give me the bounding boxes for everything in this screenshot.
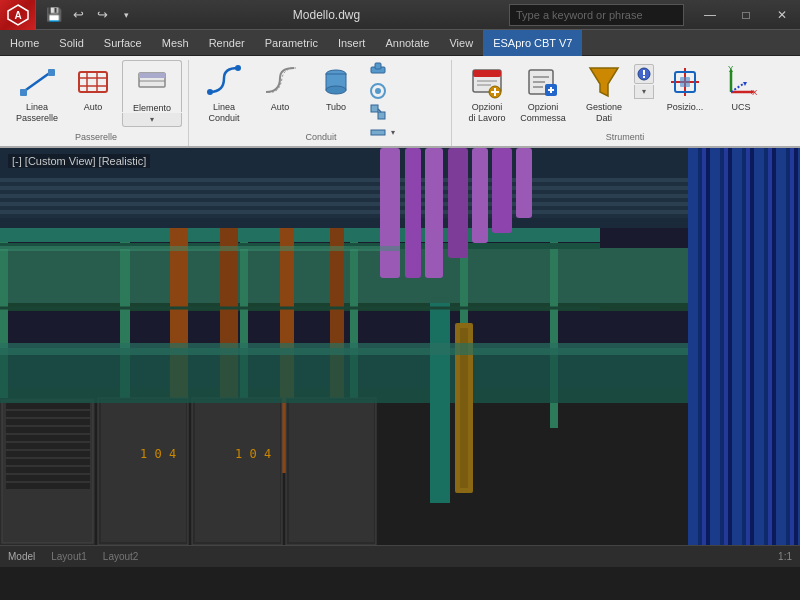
passerelle-label: Passerelle xyxy=(4,132,188,142)
menu-solid[interactable]: Solid xyxy=(49,30,93,56)
linea-conduit-label: LineaConduit xyxy=(208,102,239,124)
linea-pass-icon xyxy=(19,64,55,100)
app-logo: A xyxy=(0,0,36,30)
btn-linea-passerelle[interactable]: LineaPasserelle xyxy=(10,60,64,128)
menu-parametric[interactable]: Parametric xyxy=(255,30,328,56)
tubo-label: Tubo xyxy=(326,102,346,113)
gestione-dati-extras: ▾ xyxy=(634,60,656,115)
viewport[interactable]: [-] [Custom View] [Realistic] xyxy=(0,148,800,545)
quick-access-toolbar: 💾 ↩ ↪ ▾ xyxy=(36,5,144,25)
btn-auto-pass[interactable]: Auto xyxy=(66,60,120,128)
opzioni-commessa-icon xyxy=(525,64,561,100)
svg-rect-44 xyxy=(643,70,645,75)
btn-opzioni-lavoro[interactable]: Opzionidi Lavoro xyxy=(460,60,514,128)
svg-rect-96 xyxy=(6,451,90,457)
elemento-dropdown[interactable]: ▾ xyxy=(122,113,182,127)
svg-rect-13 xyxy=(139,73,165,78)
menu-render[interactable]: Render xyxy=(199,30,255,56)
gestione-dropdown[interactable]: ▾ xyxy=(634,85,654,99)
linea-pass-label: LineaPasserelle xyxy=(16,102,58,124)
status-layout1[interactable]: Layout1 xyxy=(51,551,87,562)
auto-conduit-icon xyxy=(262,64,298,100)
svg-rect-5 xyxy=(20,89,27,96)
maximize-btn[interactable]: □ xyxy=(728,0,764,30)
svg-rect-21 xyxy=(375,63,381,69)
menu-mesh[interactable]: Mesh xyxy=(152,30,199,56)
svg-rect-92 xyxy=(6,419,90,425)
btn-gestione-dati[interactable]: GestioneDati xyxy=(572,60,636,128)
qa-dropdown[interactable]: ▾ xyxy=(116,5,136,25)
btn-opzioni-commessa[interactable]: OpzioniCommessa xyxy=(516,60,570,128)
svg-rect-100 xyxy=(6,483,90,489)
svg-rect-95 xyxy=(6,443,90,449)
btn-ucs[interactable]: X Y UCS xyxy=(714,60,768,128)
scene-svg: 1 0 4 1 0 4 xyxy=(0,148,688,545)
svg-rect-24 xyxy=(371,105,378,112)
svg-rect-94 xyxy=(6,435,90,441)
btn-linea-conduit[interactable]: LineaConduit xyxy=(197,60,251,128)
elemento-rett-icon xyxy=(134,65,170,101)
opzioni-lavoro-label: Opzionidi Lavoro xyxy=(468,102,505,124)
strumenti-label: Strumenti xyxy=(454,132,796,142)
gestione-dati-icon xyxy=(586,64,622,100)
btn-conduit-tool2[interactable] xyxy=(365,81,445,101)
svg-text:A: A xyxy=(14,10,21,21)
redo-btn[interactable]: ↪ xyxy=(92,5,112,25)
svg-point-19 xyxy=(326,86,346,94)
right-stripes xyxy=(688,148,800,545)
btn-elemento-rett[interactable]: Elementorettilineo xyxy=(122,60,182,112)
svg-rect-86 xyxy=(492,148,512,233)
btn-tubo[interactable]: Tubo xyxy=(309,60,363,128)
opzioni-commessa-label: OpzioniCommessa xyxy=(520,102,566,124)
status-layout2[interactable]: Layout2 xyxy=(103,551,139,562)
svg-rect-90 xyxy=(6,403,90,409)
svg-rect-97 xyxy=(6,459,90,465)
menu-esapro[interactable]: ESApro CBT V7 xyxy=(483,30,582,56)
svg-rect-111 xyxy=(0,343,688,355)
undo-btn[interactable]: ↩ xyxy=(68,5,88,25)
svg-rect-45 xyxy=(643,76,645,78)
status-bar: Model Layout1 Layout2 1:1 xyxy=(0,545,800,567)
svg-point-15 xyxy=(207,89,213,95)
auto-pass-icon xyxy=(75,64,111,100)
svg-point-16 xyxy=(235,65,241,71)
svg-rect-79 xyxy=(0,202,688,206)
ribbon-group-passerelle: LineaPasserelle Auto xyxy=(4,60,189,146)
svg-rect-91 xyxy=(6,411,90,417)
close-btn[interactable]: ✕ xyxy=(764,0,800,30)
svg-rect-98 xyxy=(6,467,90,473)
menu-surface[interactable]: Surface xyxy=(94,30,152,56)
menu-view[interactable]: View xyxy=(439,30,483,56)
save-btn[interactable]: 💾 xyxy=(44,5,64,25)
ribbon-content: LineaPasserelle Auto xyxy=(0,56,800,146)
menu-insert[interactable]: Insert xyxy=(328,30,376,56)
conduit-t3-icon xyxy=(369,103,387,121)
search-box[interactable]: Type a keyword or phrase xyxy=(509,4,684,26)
svg-rect-81 xyxy=(380,148,400,278)
svg-text:Y: Y xyxy=(728,64,734,73)
menu-home[interactable]: Home xyxy=(0,30,49,56)
btn-conduit-tool1[interactable] xyxy=(365,60,445,80)
window-controls: — □ ✕ xyxy=(692,0,800,30)
svg-rect-106 xyxy=(289,400,374,542)
btn-auto-conduit[interactable]: Auto xyxy=(253,60,307,128)
conduit-label: Conduit xyxy=(191,132,451,142)
ucs-label: UCS xyxy=(731,102,750,113)
conduit-t1-icon xyxy=(369,61,387,79)
posizione-icon xyxy=(667,64,703,100)
btn-posizione[interactable]: Posizio... xyxy=(658,60,712,128)
title-bar: A 💾 ↩ ↪ ▾ Modello.dwg Type a keyword or … xyxy=(0,0,800,30)
opzioni-lavoro-icon xyxy=(469,64,505,100)
svg-text:X: X xyxy=(752,88,758,97)
menu-annotate[interactable]: Annotate xyxy=(375,30,439,56)
auto-pass-label: Auto xyxy=(84,102,103,113)
gestione-sub1[interactable] xyxy=(634,64,654,84)
svg-point-23 xyxy=(375,88,381,94)
status-model[interactable]: Model xyxy=(8,551,35,562)
conduit-t2-icon xyxy=(369,82,387,100)
minimize-btn[interactable]: — xyxy=(692,0,728,30)
svg-rect-102 xyxy=(101,400,186,542)
status-coords: 1:1 xyxy=(778,551,792,562)
svg-rect-107 xyxy=(0,348,688,403)
btn-conduit-tool3[interactable] xyxy=(365,102,445,122)
